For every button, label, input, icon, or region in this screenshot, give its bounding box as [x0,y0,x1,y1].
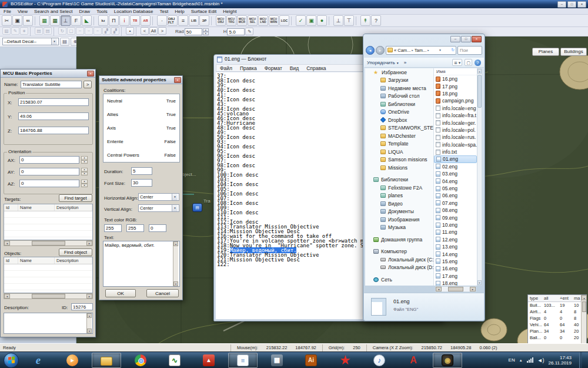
tat-icon[interactable]: ТЯ [130,15,140,26]
forward-button[interactable]: ► [376,46,385,55]
map-translator-mcu-icon[interactable]: ▤ [192,203,202,212]
dot-icon[interactable]: • [126,27,134,35]
poly-icon[interactable]: ∗ [20,27,28,35]
y-input[interactable]: 49.06 [18,112,89,120]
freeform-icon[interactable]: ▢ [67,27,75,35]
h-align-combobox[interactable]: Center ▼ [138,193,179,201]
height-stamp-icon[interactable]: ⊥ [61,15,71,26]
file-list-hscroll[interactable]: ◄► [435,286,476,292]
file-07-eng[interactable]: 07.eng [434,200,477,207]
coalition-entente[interactable]: EntenteFalse [103,135,179,148]
more-commands[interactable]: » [404,60,406,65]
translator-icon[interactable]: АЯ [141,15,151,26]
marquee-icon[interactable]: ▧ [2,27,11,35]
mcu-mcr-icon[interactable]: MCUMCR [237,15,247,26]
file-04-eng[interactable]: 04.eng [434,177,477,184]
volume-icon[interactable]: ◄) [537,357,544,363]
pointer-icon[interactable]: · [157,15,167,26]
tree-item-dropbox[interactable]: Dropbox [365,116,433,124]
menu-view[interactable]: View [18,8,28,14]
color-b-input[interactable]: 0 [149,224,166,232]
tree-item-изображения[interactable]: Изображения [365,216,433,224]
menu-height[interactable]: Height [223,8,236,14]
az-spinner[interactable]: ▲▼ [81,180,88,187]
chrome-icon[interactable] [126,353,155,368]
menu-test[interactable]: Test [160,8,169,14]
file-17-png[interactable]: 17.png [434,82,477,89]
coalition-central-powers[interactable]: Central PowersFalse [103,148,179,162]
stamp-a-icon[interactable]: ▞ [102,27,111,35]
menu-search-and-select[interactable]: Search and Select [34,8,72,14]
cut-icon[interactable]: ✂ [2,15,12,26]
subtitle-text-input[interactable]: Майер, ведомый, сбит. [103,241,180,287]
minimize-button[interactable]: – [557,1,566,8]
combo-arrow-icon[interactable]: ▼ [172,194,178,200]
address-bar[interactable]: « Cam... ▸ Tam... ▸ ▼ ↻ [386,46,456,55]
obj-flt-icon[interactable]: OBJ FLT [168,15,178,26]
prev-icon[interactable]: < [141,27,149,35]
path-a-icon[interactable]: ~ [76,27,84,35]
file-info-locale-eng[interactable]: info.locale=eng [434,105,477,112]
font-icon[interactable]: F [71,15,81,26]
az-input[interactable]: 0 [19,180,79,187]
tree-item-рабочий-стол[interactable]: Рабочий стол [365,92,433,101]
breadcrumb[interactable]: « Cam... [394,48,410,53]
targets-hscroll[interactable]: ◄► [4,240,93,246]
x-input[interactable]: 215830.07 [18,98,89,106]
clock[interactable]: 17:43 26.11.2019 [549,355,572,366]
tree-item-документы[interactable]: Документы [365,208,433,216]
ruler-icon[interactable]: ttt [23,15,33,26]
file-info-locale-ger[interactable]: info.locale=ger. [434,119,477,126]
column-id[interactable]: id [4,257,18,264]
file-15-eng[interactable]: 15.eng [434,258,477,265]
column-description[interactable]: Description [55,257,92,264]
info-icon[interactable]: i [119,15,129,26]
tree-item-steamwork-stempunk[interactable]: STEAMWORK_STEMPUNK [365,124,433,132]
start-button[interactable] [4,353,19,368]
copy-icon[interactable]: ▣ [12,15,22,26]
calculator-icon[interactable]: ▦ [262,353,292,368]
menu-surface-edit[interactable]: Surface Edit [191,8,217,14]
file-info-locale-pol[interactable]: info.locale=pol. [434,127,477,134]
minimize-button[interactable]: – [450,36,460,42]
file-10-eng[interactable]: 10.eng [434,221,477,228]
language-indicator[interactable]: EN [509,357,515,363]
editor-chart-icon[interactable]: ∿ [160,353,189,368]
file-18-eng[interactable]: 18.eng [434,280,477,286]
stats-row[interactable]: Flags008 [528,315,586,321]
column-id[interactable]: id [4,204,18,211]
file-11-eng[interactable]: 11.eng [434,228,477,236]
loc-icon[interactable]: LOC [279,15,289,26]
restore-button[interactable]: □ [461,36,471,42]
bp-icon[interactable]: ЭР [199,15,209,26]
rad-spinner[interactable]: ▲▼ [203,28,209,35]
tree-section-домашняя-группа[interactable]: Домашняя группа [365,236,433,244]
tree-item-madchester[interactable]: MADchester [365,132,433,140]
file-list-scrollbar[interactable]: ▲ ▼ [477,68,482,286]
wmp-icon[interactable]: ▸ [58,353,87,368]
decal-image-icon[interactable]: ▤ [60,38,69,46]
tree-item-samson-missions[interactable]: Samson missions [365,156,433,164]
objects-hscroll[interactable]: ◄► [4,293,93,299]
image-b-icon[interactable]: ▤ [44,27,52,35]
ok-button[interactable]: OK [105,289,136,297]
menu-tools[interactable]: Tools [96,8,108,14]
objects-table[interactable]: idNameDescription [4,257,93,293]
combo-arrow-icon[interactable]: ▼ [51,38,57,45]
tree-item-загрузки[interactable]: Загрузки [365,77,433,85]
tree-item-локальный-диск-d[interactable]: Локальный диск (D:) [365,264,433,272]
tree-item-недавние-места[interactable]: Недавние места [365,84,433,92]
stats-row[interactable]: Vehi...646440 [528,321,586,328]
mail-icon[interactable]: ▣ [306,15,316,26]
z-input[interactable]: 184766.88 [18,127,89,134]
stats-row[interactable]: Buil...103...1910 [528,302,586,309]
stats-row[interactable]: Airfi...448 [528,309,586,315]
file-06-eng[interactable]: 06.eng [434,192,477,199]
coalition-neutral[interactable]: NeutralTrue [103,94,179,108]
text-scrollbar[interactable]: ▲▼ [173,241,178,286]
font-size-input[interactable]: 30 [131,179,152,187]
notepad-menu-правка[interactable]: Правка [240,65,257,71]
lasso-icon[interactable]: ✎ [11,27,19,35]
name-expand-button[interactable]: > [83,81,92,88]
name-input[interactable]: Translator Subtitle [21,81,82,88]
